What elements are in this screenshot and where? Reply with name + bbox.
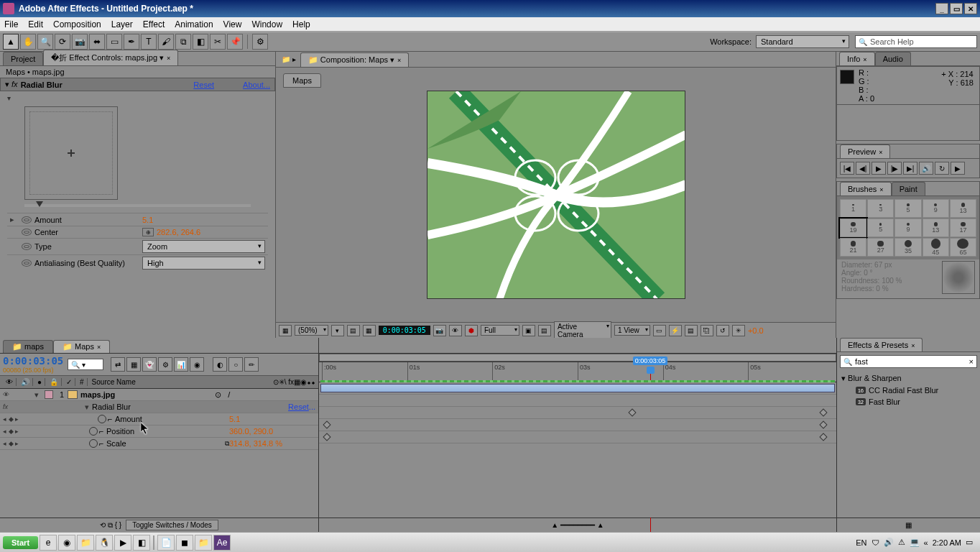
transparency-icon[interactable]: ▤ bbox=[538, 325, 551, 336]
tl-shy-icon[interactable]: 👻 bbox=[142, 357, 157, 372]
tab-composition[interactable]: 📁 Composition: Maps ▾× bbox=[300, 52, 410, 67]
tab-project[interactable]: Project bbox=[3, 52, 43, 65]
clock[interactable]: 2:20 AM bbox=[933, 538, 961, 547]
prop-row-position[interactable]: ◂ ◆ ▸ ⌐ Position 360.0, 290.0 bbox=[0, 426, 318, 438]
tl-motion-blur-icon[interactable]: ◉ bbox=[190, 357, 204, 372]
tl-icon-4[interactable]: ⚙ bbox=[158, 357, 172, 372]
tray-icon[interactable]: 🔊 bbox=[884, 538, 894, 547]
menu-help[interactable]: Help bbox=[292, 19, 310, 29]
prop-row-scale[interactable]: ◂ ◆ ▸ ⌐ Scale ⧉ 314.8, 314.8 % bbox=[0, 438, 318, 450]
taskbar-chrome-icon[interactable]: ◉ bbox=[58, 535, 75, 551]
timeline-search[interactable]: 🔍 ▾ bbox=[68, 359, 103, 370]
resolution-dropdown[interactable]: Full bbox=[481, 325, 519, 336]
timeline-icon[interactable]: ▤ bbox=[685, 325, 698, 336]
play-button[interactable]: ▶ bbox=[872, 162, 886, 175]
stopwatch-icon[interactable] bbox=[22, 259, 32, 267]
menu-animation[interactable]: Animation bbox=[175, 19, 213, 29]
roto-tool[interactable]: ✂ bbox=[210, 34, 226, 50]
tab-effect-controls[interactable]: �折 Effect Controls: maps.jpg ▾× bbox=[43, 50, 178, 65]
flowchart-icon[interactable]: ⿻ bbox=[701, 325, 713, 336]
brush-tool[interactable]: 🖌 bbox=[158, 34, 174, 50]
last-frame-button[interactable]: ▶| bbox=[903, 162, 917, 175]
toolbar-extra[interactable]: ⚙ bbox=[252, 34, 268, 50]
tl-icon-1[interactable]: ⇄ bbox=[111, 357, 125, 372]
res-icon[interactable]: ▾ bbox=[331, 325, 344, 336]
maximize-button[interactable]: ▭ bbox=[950, 3, 963, 14]
selection-tool[interactable]: ▲ bbox=[3, 34, 19, 50]
pan-behind-tool[interactable]: ⬌ bbox=[89, 34, 105, 50]
center-value[interactable]: 282.6, 264.6 bbox=[157, 228, 200, 236]
zoom-dropdown[interactable]: (50%) bbox=[295, 325, 328, 336]
keyframe-icon[interactable] bbox=[323, 420, 331, 428]
fast-preview-icon[interactable]: ⚡ bbox=[669, 325, 682, 336]
pixel-aspect-icon[interactable]: ▭ bbox=[653, 325, 666, 336]
layer-bar[interactable] bbox=[320, 384, 835, 392]
prop-row-amount[interactable]: ◂ ◆ ▸ ⌐ Amount 5.1 bbox=[0, 413, 318, 426]
keyframe-icon[interactable] bbox=[820, 433, 828, 441]
tab-maps-upper[interactable]: 📁 Maps× bbox=[53, 340, 110, 353]
views-dropdown[interactable]: 1 View bbox=[614, 325, 650, 336]
center-target-icon[interactable]: ⊕ bbox=[142, 228, 154, 236]
menu-file[interactable]: File bbox=[4, 19, 18, 29]
type-tool[interactable]: T bbox=[141, 34, 157, 50]
tl-icon-8[interactable]: ○ bbox=[228, 357, 243, 372]
keyframe-icon[interactable] bbox=[820, 408, 828, 416]
tab-paint[interactable]: Paint bbox=[892, 182, 925, 196]
eraser-tool[interactable]: ◧ bbox=[193, 34, 208, 50]
tl-reset-link[interactable]: Reset bbox=[288, 402, 309, 411]
guides-icon[interactable]: ▦ bbox=[363, 325, 376, 336]
stopwatch-icon[interactable] bbox=[22, 229, 32, 236]
prev-frame-button[interactable]: ◀| bbox=[856, 162, 870, 175]
effects-category[interactable]: ▾ Blur & Sharpen bbox=[841, 372, 976, 385]
rect-tool[interactable]: ▭ bbox=[106, 34, 122, 50]
taskbar-wmp-icon[interactable]: ▶ bbox=[114, 535, 131, 551]
taskbar-qq-icon[interactable]: 🐧 bbox=[96, 535, 113, 551]
stopwatch-icon[interactable] bbox=[98, 415, 106, 423]
pen-tool[interactable]: ✒ bbox=[124, 34, 139, 50]
stopwatch-icon[interactable] bbox=[89, 427, 98, 436]
tab-preview[interactable]: Preview× bbox=[840, 144, 890, 158]
camera-dropdown[interactable]: Active Camera bbox=[554, 321, 611, 340]
taskbar-ie-icon[interactable]: e bbox=[40, 535, 57, 551]
show-snapshot-icon[interactable]: 👁 bbox=[449, 325, 462, 336]
stopwatch-icon[interactable] bbox=[22, 243, 32, 250]
loop-button[interactable]: ↻ bbox=[935, 162, 949, 175]
tl-icon-9[interactable]: ✏ bbox=[244, 357, 259, 372]
ram-preview-button[interactable]: ▶ bbox=[951, 162, 965, 175]
minimize-button[interactable]: _ bbox=[935, 3, 948, 14]
antialias-dropdown[interactable]: High bbox=[142, 257, 265, 270]
tl-icon-5[interactable]: 📊 bbox=[174, 357, 188, 372]
effect-about-link[interactable]: About... bbox=[243, 80, 270, 89]
tl-icon-2[interactable]: ▦ bbox=[126, 357, 141, 372]
tray-icon[interactable]: 🛡 bbox=[872, 538, 879, 547]
channel-icon[interactable]: ⬢ bbox=[465, 325, 478, 336]
start-button[interactable]: Start bbox=[3, 536, 38, 549]
stopwatch-icon[interactable] bbox=[89, 439, 98, 448]
menu-composition[interactable]: Composition bbox=[53, 19, 101, 29]
taskbar-app2-icon[interactable]: ◼ bbox=[176, 535, 193, 551]
tab-effects-presets[interactable]: Effects & Presets× bbox=[840, 338, 923, 351]
timeline-timecode[interactable]: 0:00:03:05 bbox=[3, 355, 63, 367]
show-desktop[interactable]: ▭ bbox=[966, 538, 973, 547]
first-frame-button[interactable]: |◀ bbox=[840, 162, 854, 175]
toggle-switches-button[interactable]: Toggle Switches / Modes bbox=[126, 520, 218, 530]
effect-reset-link[interactable]: Reset bbox=[193, 80, 214, 89]
timeline-navigator[interactable] bbox=[319, 354, 836, 362]
tray-expand-icon[interactable]: « bbox=[924, 538, 928, 547]
snapshot-icon[interactable]: 📷 bbox=[433, 325, 446, 336]
rotation-tool[interactable]: ⟳ bbox=[55, 34, 70, 50]
workspace-dropdown[interactable]: Standard bbox=[756, 35, 849, 48]
tray-icon[interactable]: ⚠ bbox=[898, 538, 905, 547]
effect-item-fast-blur[interactable]: 32Fast Blur bbox=[841, 396, 976, 408]
keyframe-icon[interactable] bbox=[323, 433, 331, 441]
audio-button[interactable]: 🔊 bbox=[919, 162, 933, 175]
layer-effect-row[interactable]: fx ▾ Radial Blur Reset ... bbox=[0, 401, 318, 413]
effects-search-input[interactable]: fast× bbox=[840, 355, 977, 368]
menu-view[interactable]: View bbox=[223, 19, 242, 29]
taskbar-explorer-icon[interactable]: 📁 bbox=[77, 535, 94, 551]
tab-audio[interactable]: Audio bbox=[875, 52, 911, 65]
effect-item-cc-radial[interactable]: 16CC Radial Fast Blur bbox=[841, 385, 976, 396]
radial-slider[interactable] bbox=[24, 204, 251, 207]
roi-icon[interactable]: ▣ bbox=[522, 325, 535, 336]
nested-comp-tab[interactable]: Maps bbox=[283, 73, 321, 88]
